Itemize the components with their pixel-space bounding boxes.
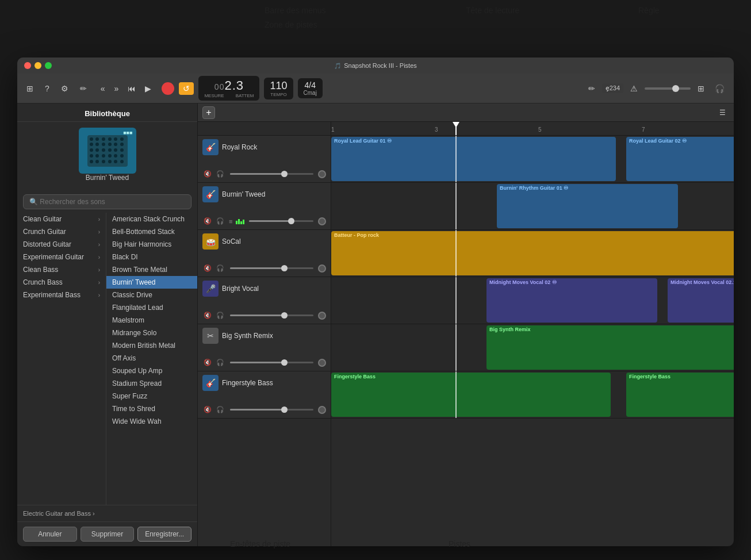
track-icon: 🎤 (202, 281, 219, 297)
main-content: Bibliothèque ■■■ (17, 103, 734, 546)
library-preset-item[interactable]: American Stack Crunch (106, 213, 197, 225)
track-headphone-btn[interactable]: 🎧 (215, 263, 225, 273)
track-eq-btn[interactable]: ≡ (228, 217, 233, 226)
track-mute-btn[interactable]: 🔇 (202, 216, 213, 226)
waveform-svg (331, 381, 611, 412)
rewind-btn[interactable]: « (97, 82, 109, 95)
library-preset-item[interactable]: Midrange Solo (106, 327, 197, 339)
library-preset-item[interactable]: Maelstrom (106, 314, 197, 327)
playhead-line (455, 230, 457, 277)
library-preset-item[interactable]: Burnin' Tweed (106, 276, 197, 289)
track-pan-knob[interactable] (318, 312, 326, 320)
add-track-button[interactable]: + (202, 106, 215, 119)
library-preset-item[interactable]: Flangilated Lead (106, 301, 197, 314)
maximize-button[interactable] (45, 62, 52, 69)
play-btn[interactable]: ▶ (141, 82, 155, 95)
library-preset-item[interactable]: Wide Wide Wah (106, 415, 197, 428)
track-header: 🎸 Fingerstyle Bass 🔇 🎧 (198, 371, 331, 419)
close-button[interactable] (24, 62, 31, 69)
track-volume-slider[interactable] (230, 173, 313, 175)
track-region[interactable]: Royal Lead Guitar 01 ♾ (331, 137, 616, 181)
track-content-area[interactable]: 1357911 Royal Lead Guitar 01 ♾Royal Lead… (331, 122, 734, 546)
library-preset-item[interactable]: Big Hair Harmonics (106, 238, 197, 251)
track-mute-btn[interactable]: 🔇 (202, 169, 213, 179)
library-category-item[interactable]: Experimental Bass› (17, 289, 106, 301)
library-preset-item[interactable]: Classic Drive (106, 289, 197, 301)
save-button[interactable]: Enregistrer... (137, 527, 191, 542)
library-category-item[interactable]: Crunch Bass› (17, 276, 106, 289)
pencil-icon-btn[interactable]: ✏ (585, 82, 599, 95)
track-headphone-btn[interactable]: 🎧 (215, 216, 225, 226)
time-signature[interactable]: 4/4 Cmaj (298, 78, 323, 98)
library-preset-item[interactable]: Off Axis (106, 352, 197, 365)
track-headphone-btn[interactable]: 🎧 (215, 310, 225, 320)
track-mute-btn[interactable]: 🔇 (202, 358, 213, 367)
track-region[interactable]: Burnin' Rhythm Guitar 01 ♾ (497, 184, 678, 228)
library-preset-item[interactable]: Modern British Metal (106, 339, 197, 352)
track-pan-knob[interactable] (318, 359, 326, 367)
track-volume-slider[interactable] (230, 267, 313, 269)
minimize-button[interactable] (35, 62, 41, 69)
time-labels: MESURE BATTEM (204, 93, 254, 98)
track-mute-btn[interactable]: 🔇 (202, 310, 213, 320)
library-category-item[interactable]: Clean Guitar› (17, 213, 106, 225)
skip-back-btn[interactable]: ⏮ (124, 82, 139, 95)
library-category-item[interactable]: Clean Bass› (17, 263, 106, 276)
cancel-button[interactable]: Annuler (23, 527, 77, 542)
delete-button[interactable]: Supprimer (81, 527, 135, 542)
track-pan-knob[interactable] (318, 170, 326, 178)
library-preset-item[interactable]: Stadium Spread (106, 377, 197, 390)
track-volume-slider[interactable] (249, 220, 313, 222)
track-zone-annotation: Zone de pistes (265, 20, 317, 29)
library-preset-item[interactable]: Super Fuzz (106, 390, 197, 402)
library-footer[interactable]: Electric Guitar and Bass › (17, 505, 197, 521)
library-category-item[interactable]: Experimental Guitar› (17, 251, 106, 263)
track-pan-knob[interactable] (318, 264, 326, 273)
library-preset-item[interactable]: Souped Up Amp (106, 365, 197, 377)
track-zoom-btn[interactable]: ☰ (716, 106, 729, 119)
track-volume-slider[interactable] (230, 362, 313, 363)
track-region[interactable]: Royal Lead Guitar 02 ♾ (626, 137, 734, 181)
track-pan-knob[interactable] (318, 406, 326, 414)
track-name: SoCal (222, 237, 241, 246)
track-lane: Batteur - Pop rock (331, 230, 734, 277)
track-region[interactable]: Midnight Moves Vocal 02.1 ♾ (668, 278, 734, 323)
cycle-btn[interactable]: ↺ (179, 82, 194, 95)
track-headphone-btn[interactable]: 🎧 (215, 169, 225, 179)
track-volume-slider[interactable] (230, 409, 313, 411)
track-headphone-btn[interactable]: 🎧 (215, 405, 225, 415)
library-preset-item[interactable]: Bell-Bottomed Stack (106, 225, 197, 238)
track-mute-btn[interactable]: 🔇 (202, 405, 213, 415)
settings-btn[interactable]: ⚙ (58, 82, 72, 95)
waveform-svg (486, 286, 657, 318)
pencil-btn[interactable]: ✏ (76, 82, 90, 95)
library-search-input[interactable] (23, 194, 191, 209)
track-region[interactable]: Batteur - Pop rock (331, 231, 734, 275)
track-name: Big Synth Remix (222, 332, 273, 340)
track-headphone-btn[interactable]: 🎧 (215, 358, 225, 367)
library-category-item[interactable]: Distorted Guitar› (17, 238, 106, 251)
track-mute-btn[interactable]: 🔇 (202, 263, 213, 273)
track-region[interactable]: Fingerstyle Bass (626, 373, 734, 417)
playhead-line (455, 136, 457, 182)
track-pan-knob[interactable] (318, 217, 326, 225)
library-preset-item[interactable]: Brown Tone Metal (106, 263, 197, 276)
time-display[interactable]: 002.3 MESURE BATTEM (198, 76, 259, 101)
track-lane: Fingerstyle BassFingerstyle Bass (331, 371, 734, 419)
library-preset-item[interactable]: Black DI (106, 251, 197, 263)
warning-btn[interactable]: ⚠ (627, 82, 641, 95)
library-btn[interactable]: ⊞ (23, 82, 37, 95)
library-category-item[interactable]: Crunch Guitar› (17, 225, 106, 238)
tempo-display[interactable]: 110 TEMPO (264, 78, 293, 99)
track-region[interactable]: Midnight Moves Vocal 02 ♾ (486, 278, 657, 323)
help-btn[interactable]: ? (41, 82, 53, 95)
grid-view-btn[interactable]: ⊞ (694, 82, 708, 95)
track-volume-slider[interactable] (230, 314, 313, 316)
track-region[interactable]: Big Synth Remix (486, 325, 734, 370)
library-preset-item[interactable]: Time to Shred (106, 402, 197, 415)
fast-forward-btn[interactable]: » (111, 82, 122, 95)
track-region[interactable]: Fingerstyle Bass (331, 373, 611, 417)
record-btn[interactable] (162, 82, 174, 95)
headphone-btn[interactable]: 🎧 (711, 82, 728, 95)
level-slider[interactable] (645, 87, 691, 90)
